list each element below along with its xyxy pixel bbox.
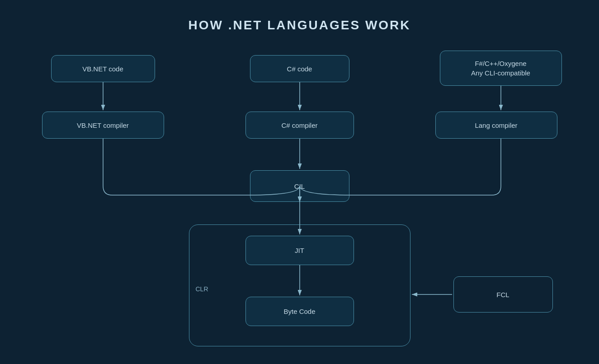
fcl-box: FCL bbox=[453, 276, 553, 313]
cil-box: CIL bbox=[250, 170, 349, 202]
clr-label: CLR bbox=[196, 285, 208, 293]
other-code-box: F#/C++/Oxygene Any CLI-compatible bbox=[440, 51, 562, 86]
fcl-label: FCL bbox=[496, 290, 509, 299]
vbnet-compiler-box: VB.NET compiler bbox=[42, 112, 164, 139]
bytecode-box: Byte Code bbox=[245, 297, 354, 326]
jit-label: JIT bbox=[295, 246, 304, 255]
bytecode-label: Byte Code bbox=[283, 307, 315, 316]
csharp-code-box: C# code bbox=[250, 55, 349, 82]
vbnet-compiler-label: VB.NET compiler bbox=[77, 121, 129, 130]
vbnet-code-box: VB.NET code bbox=[51, 55, 155, 82]
other-code-label: F#/C++/Oxygene Any CLI-compatible bbox=[471, 59, 530, 78]
lang-compiler-box: Lang compiler bbox=[435, 112, 557, 139]
cil-label: CIL bbox=[294, 182, 305, 191]
csharp-compiler-box: C# compiler bbox=[245, 112, 354, 139]
diagram-container: VB.NET code C# code F#/C++/Oxygene Any C… bbox=[28, 42, 571, 358]
jit-box: JIT bbox=[245, 236, 354, 265]
csharp-compiler-label: C# compiler bbox=[281, 121, 317, 130]
lang-compiler-label: Lang compiler bbox=[475, 121, 517, 130]
vbnet-code-label: VB.NET code bbox=[82, 64, 123, 74]
page-title: HOW .NET LANGUAGES WORK bbox=[188, 18, 410, 33]
csharp-code-label: C# code bbox=[287, 64, 312, 74]
